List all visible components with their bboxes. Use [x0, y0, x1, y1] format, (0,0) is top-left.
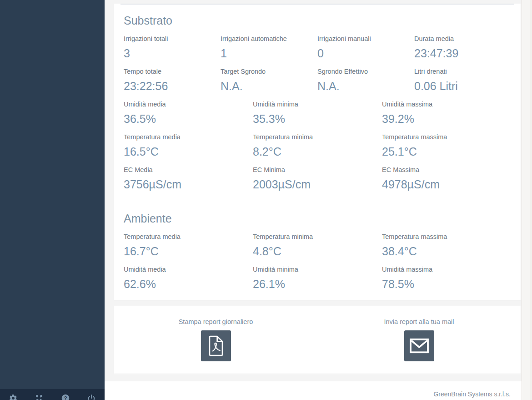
svg-text:?: ? [64, 395, 67, 400]
stat-temperatura-massima-ambiente: Temperatura massima 38.4°C [382, 233, 511, 258]
stat-target-sgrondo: Target Sgrondo N.A. [221, 67, 317, 93]
stat-umidita-media-substrato: Umidità media 36.5% [124, 100, 253, 126]
page-footer: GreenBrain Systems s.r.l.s. [105, 381, 522, 400]
stat-row: Temperatura media 16.5°C Temperatura min… [124, 133, 511, 166]
stat-value: 16.5°C [124, 145, 253, 158]
stat-value: N.A. [317, 79, 414, 93]
stat-label: Tempo totale [124, 67, 221, 76]
stat-value: 39.2% [382, 112, 511, 126]
email-report-button[interactable]: Invia report alla tua mail [317, 306, 521, 374]
stat-label: Temperatura massima [382, 233, 511, 241]
stat-value: 4978µS/cm [382, 177, 511, 191]
stat-value: 4.8°C [253, 244, 382, 258]
email-report-icon-button[interactable] [404, 330, 434, 361]
report-card: Substrato Irrigazioni totali 3 Irrigazio… [114, 4, 521, 300]
main-content: Substrato Irrigazioni totali 3 Irrigazio… [105, 0, 522, 400]
stat-label: Umidità minima [253, 265, 382, 273]
stat-label: Irrigazioni manuali [317, 35, 414, 43]
help-button[interactable]: ? [60, 393, 70, 400]
stat-ec-minima: EC Minima 2003µS/cm [253, 166, 382, 191]
stat-value: 78.5% [382, 277, 511, 291]
stat-value: 1 [221, 46, 317, 60]
stat-value: 26.1% [253, 277, 382, 291]
stat-label: Temperatura minima [253, 133, 382, 141]
stat-litri-drenati: Litri drenati 0.06 Litri [414, 67, 511, 93]
section-title-substrato: Substrato [124, 14, 511, 27]
fullscreen-button[interactable] [34, 393, 44, 400]
stat-row: Tempo totale 23:22:56 Target Sgrondo N.A… [124, 67, 511, 100]
stat-label: Temperatura media [124, 133, 253, 141]
settings-button[interactable] [8, 393, 18, 400]
stat-label: Umidità media [124, 265, 253, 273]
stat-value: N.A. [221, 79, 317, 93]
stat-label: Umidità media [124, 100, 253, 108]
stat-umidita-media-ambiente: Umidità media 62.6% [124, 265, 253, 291]
stat-value: 38.4°C [382, 244, 511, 258]
stat-label: Umidità massima [382, 265, 511, 273]
stat-value: 23:22:56 [124, 79, 221, 93]
stat-irrigazioni-manuali: Irrigazioni manuali 0 [317, 35, 414, 60]
stat-row: Umidità media 36.5% Umidità minima 35.3%… [124, 100, 511, 133]
stat-value: 36.5% [124, 112, 253, 126]
stat-label: Irrigazioni totali [124, 35, 221, 43]
stat-value: 2003µS/cm [253, 177, 382, 191]
stat-umidita-minima-substrato: Umidità minima 35.3% [253, 100, 382, 126]
stat-irrigazioni-totali: Irrigazioni totali 3 [124, 35, 221, 60]
pdf-file-icon [206, 334, 226, 357]
stat-temperatura-minima-ambiente: Temperatura minima 4.8°C [253, 233, 382, 258]
stat-label: Temperatura massima [382, 133, 511, 141]
stat-temperatura-media-substrato: Temperatura media 16.5°C [124, 133, 253, 158]
section-title-ambiente: Ambiente [124, 212, 511, 225]
sidebar: ? [0, 0, 105, 400]
stat-value: 0 [317, 46, 414, 60]
stat-label: EC Minima [253, 166, 382, 174]
stat-label: Sgrondo Effettivo [317, 67, 414, 76]
company-name: GreenBrain Systems s.r.l.s. [433, 390, 511, 398]
stat-durata-media: Durata media 23:47:39 [414, 35, 511, 60]
stat-value: 23:47:39 [414, 46, 511, 60]
print-report-button[interactable]: Stampa report giornaliero [114, 306, 317, 374]
stat-label: EC Massima [382, 166, 511, 174]
stat-label: Temperatura minima [253, 233, 382, 241]
stat-temperatura-massima-substrato: Temperatura massima 25.1°C [382, 133, 511, 158]
stat-value: 16.7°C [124, 244, 253, 258]
stat-row: EC Media 3756µS/cm EC Minima 2003µS/cm E… [124, 166, 511, 198]
print-report-label: Stampa report giornaliero [179, 318, 253, 326]
stat-value: 8.2°C [253, 145, 382, 158]
stat-row: Umidità media 62.6% Umidità minima 26.1%… [124, 265, 511, 298]
stat-value: 35.3% [253, 112, 382, 126]
report-actions-card: Stampa report giornaliero Invia report a… [114, 306, 521, 374]
stat-label: Durata media [414, 35, 511, 43]
gear-icon [9, 394, 18, 400]
stat-umidita-minima-ambiente: Umidità minima 26.1% [253, 265, 382, 291]
stat-row: Irrigazioni totali 3 Irrigazioni automat… [124, 35, 511, 67]
print-report-icon-button[interactable] [201, 330, 231, 361]
envelope-icon [409, 337, 430, 354]
stat-label: EC Media [124, 166, 253, 174]
stat-row: Temperatura media 16.7°C Temperatura min… [124, 233, 511, 265]
stat-label: Litri drenati [414, 67, 511, 76]
stat-temperatura-minima-substrato: Temperatura minima 8.2°C [253, 133, 382, 158]
stat-label: Umidità minima [253, 100, 382, 108]
stat-irrigazioni-automatiche: Irrigazioni automatiche 1 [221, 35, 317, 60]
help-icon: ? [61, 394, 70, 400]
stat-value: 3 [124, 46, 221, 60]
power-icon [87, 394, 96, 400]
stat-ec-media: EC Media 3756µS/cm [124, 166, 253, 191]
scrollbar-track[interactable] [522, 0, 532, 400]
stat-value: 3756µS/cm [124, 177, 253, 191]
app-viewport: ? Substrato Irrigazioni tot [0, 0, 532, 400]
stat-label: Target Sgrondo [221, 67, 317, 76]
stat-value: 25.1°C [382, 145, 511, 158]
stat-label: Irrigazioni automatiche [221, 35, 317, 43]
stat-value: 0.06 Litri [414, 79, 511, 93]
stat-temperatura-media-ambiente: Temperatura media 16.7°C [124, 233, 253, 258]
stat-value: 62.6% [124, 277, 253, 291]
fullscreen-icon [35, 394, 44, 400]
power-button[interactable] [86, 393, 96, 400]
stat-umidita-massima-substrato: Umidità massima 39.2% [382, 100, 511, 126]
stat-sgrondo-effettivo: Sgrondo Effettivo N.A. [317, 67, 414, 93]
sidebar-footer-bar: ? [0, 389, 105, 400]
stat-label: Temperatura media [124, 233, 253, 241]
stat-label: Umidità massima [382, 100, 511, 108]
